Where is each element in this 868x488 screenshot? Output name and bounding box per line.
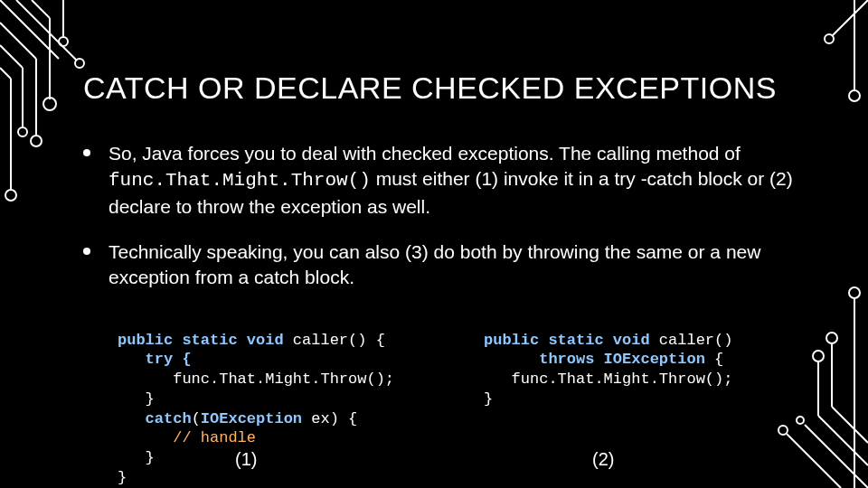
code-text: func.That.Might.Throw(); [484, 371, 732, 388]
slide: CATCH OR DECLARE CHECKED EXCEPTIONS So, … [0, 0, 868, 488]
code-text: } [118, 390, 155, 408]
svg-line-2 [32, 0, 50, 18]
code-text: func.That.Might.Throw(); [118, 371, 394, 388]
svg-point-25 [826, 333, 837, 343]
code-kw: public static void [118, 332, 284, 349]
svg-point-26 [849, 287, 860, 298]
bullet-2-text: Technically speaking, you can also (3) d… [108, 241, 760, 287]
svg-line-4 [0, 23, 36, 59]
code-kw: catch [118, 410, 192, 427]
svg-point-13 [18, 127, 27, 136]
code-text: } [484, 390, 493, 408]
code-2-label: (2) [592, 448, 614, 472]
svg-point-16 [75, 59, 84, 68]
bullet-dot-icon [83, 149, 90, 156]
code-1-label: (1) [235, 448, 257, 472]
code-text: caller() [650, 332, 733, 349]
bullet-2: Technically speaking, you can also (3) d… [83, 239, 825, 291]
svg-line-0 [0, 0, 59, 59]
bullet-1: So, Java forces you to deal with checked… [83, 141, 825, 220]
code-text: caller() { [284, 332, 385, 349]
code-kw: throws IOException [484, 351, 705, 368]
svg-line-20 [832, 407, 868, 443]
code-kw: IOException [201, 410, 302, 427]
svg-line-1 [16, 0, 77, 61]
code-block-2: public static void caller() throws IOExc… [484, 311, 823, 488]
bullet-1-inline-code: func.That.Might.Throw() [108, 170, 371, 191]
code-text: ex) { [302, 410, 357, 427]
svg-point-31 [825, 34, 834, 43]
code-comment: // handle [118, 429, 256, 446]
svg-point-14 [5, 190, 16, 201]
svg-point-32 [849, 90, 860, 101]
svg-point-11 [43, 98, 56, 110]
svg-line-8 [0, 68, 11, 79]
bullet-dot-icon [83, 248, 90, 255]
code-text: } [118, 469, 127, 486]
svg-line-6 [0, 45, 23, 68]
code-kw: try { [118, 351, 192, 368]
code-examples: public static void caller() { try { func… [83, 311, 825, 488]
svg-line-18 [818, 416, 868, 465]
svg-line-29 [832, 0, 868, 36]
slide-title: CATCH OR DECLARE CHECKED EXCEPTIONS [83, 70, 825, 105]
svg-point-12 [31, 136, 42, 146]
bullet-1-text-pre: So, Java forces you to deal with checked… [108, 143, 741, 164]
code-kw: public static void [484, 332, 650, 349]
code-text: { [705, 351, 723, 368]
svg-point-15 [59, 37, 68, 46]
code-text: ( [192, 410, 201, 427]
code-block-1: public static void caller() { try { func… [118, 311, 457, 488]
code-text: } [118, 449, 155, 466]
slide-content: CATCH OR DECLARE CHECKED EXCEPTIONS So, … [83, 70, 825, 488]
